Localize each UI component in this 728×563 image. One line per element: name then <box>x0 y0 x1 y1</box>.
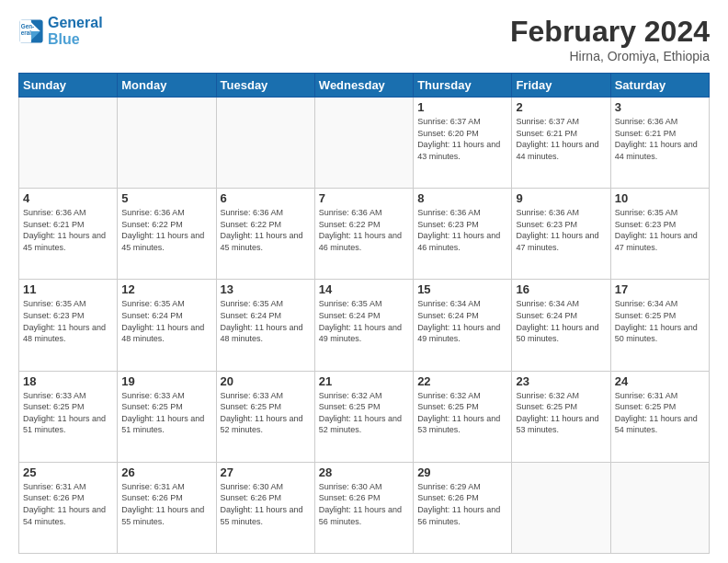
logo-text-block: General Blue <box>48 15 103 48</box>
logo-icon: Gen- eral <box>18 18 44 44</box>
day-info: Sunrise: 6:34 AM Sunset: 6:24 PM Dayligh… <box>417 298 507 344</box>
day-cell: 14Sunrise: 6:35 AM Sunset: 6:24 PM Dayli… <box>314 280 413 371</box>
day-number: 9 <box>516 191 606 205</box>
day-info: Sunrise: 6:34 AM Sunset: 6:24 PM Dayligh… <box>516 298 606 344</box>
day-cell: 3Sunrise: 6:36 AM Sunset: 6:21 PM Daylig… <box>610 98 709 189</box>
location: Hirna, Oromiya, Ethiopia <box>510 49 710 63</box>
week-row-2: 4Sunrise: 6:36 AM Sunset: 6:21 PM Daylig… <box>19 189 710 280</box>
day-cell <box>512 462 610 553</box>
day-info: Sunrise: 6:35 AM Sunset: 6:24 PM Dayligh… <box>319 298 409 344</box>
day-cell <box>610 462 709 553</box>
day-cell: 23Sunrise: 6:32 AM Sunset: 6:25 PM Dayli… <box>512 371 610 462</box>
day-number: 6 <box>221 191 311 205</box>
day-info: Sunrise: 6:32 AM Sunset: 6:25 PM Dayligh… <box>516 390 606 436</box>
day-number: 7 <box>319 191 409 205</box>
weekday-header-sunday: Sunday <box>19 74 118 98</box>
day-number: 26 <box>121 465 211 479</box>
logo: Gen- eral General Blue <box>18 15 103 48</box>
day-number: 12 <box>121 282 211 296</box>
day-number: 1 <box>417 100 507 114</box>
day-info: Sunrise: 6:36 AM Sunset: 6:21 PM Dayligh… <box>615 116 705 162</box>
header: Gen- eral General Blue February 2024 Hir… <box>18 15 710 63</box>
day-cell: 17Sunrise: 6:34 AM Sunset: 6:25 PM Dayli… <box>610 280 709 371</box>
day-cell: 15Sunrise: 6:34 AM Sunset: 6:24 PM Dayli… <box>414 280 512 371</box>
day-number: 27 <box>221 465 311 479</box>
day-number: 25 <box>23 465 113 479</box>
day-number: 28 <box>319 465 409 479</box>
day-cell: 28Sunrise: 6:30 AM Sunset: 6:26 PM Dayli… <box>314 462 413 553</box>
day-number: 11 <box>23 282 113 296</box>
day-info: Sunrise: 6:35 AM Sunset: 6:24 PM Dayligh… <box>121 298 211 344</box>
day-number: 10 <box>615 191 705 205</box>
day-number: 19 <box>121 374 211 388</box>
day-info: Sunrise: 6:31 AM Sunset: 6:26 PM Dayligh… <box>23 481 113 527</box>
logo-general: General <box>48 15 103 31</box>
day-cell: 11Sunrise: 6:35 AM Sunset: 6:23 PM Dayli… <box>19 280 118 371</box>
day-number: 8 <box>417 191 507 205</box>
day-info: Sunrise: 6:37 AM Sunset: 6:20 PM Dayligh… <box>417 116 507 162</box>
day-info: Sunrise: 6:36 AM Sunset: 6:21 PM Dayligh… <box>23 207 113 253</box>
day-cell: 18Sunrise: 6:33 AM Sunset: 6:25 PM Dayli… <box>19 371 118 462</box>
day-number: 17 <box>615 282 705 296</box>
day-info: Sunrise: 6:33 AM Sunset: 6:25 PM Dayligh… <box>121 390 211 436</box>
svg-text:eral: eral <box>21 29 31 36</box>
day-number: 22 <box>417 374 507 388</box>
svg-text:Gen-: Gen- <box>21 23 34 29</box>
day-cell: 29Sunrise: 6:29 AM Sunset: 6:26 PM Dayli… <box>414 462 512 553</box>
day-number: 29 <box>417 465 507 479</box>
day-number: 14 <box>319 282 409 296</box>
day-info: Sunrise: 6:31 AM Sunset: 6:25 PM Dayligh… <box>615 390 705 436</box>
day-cell: 8Sunrise: 6:36 AM Sunset: 6:23 PM Daylig… <box>414 189 512 280</box>
day-cell: 21Sunrise: 6:32 AM Sunset: 6:25 PM Dayli… <box>314 371 413 462</box>
week-row-1: 1Sunrise: 6:37 AM Sunset: 6:20 PM Daylig… <box>19 98 710 189</box>
day-cell: 22Sunrise: 6:32 AM Sunset: 6:25 PM Dayli… <box>414 371 512 462</box>
day-info: Sunrise: 6:32 AM Sunset: 6:25 PM Dayligh… <box>417 390 507 436</box>
title-block: February 2024 Hirna, Oromiya, Ethiopia <box>510 15 710 63</box>
day-info: Sunrise: 6:36 AM Sunset: 6:22 PM Dayligh… <box>221 207 311 253</box>
day-cell <box>314 98 413 189</box>
day-cell: 4Sunrise: 6:36 AM Sunset: 6:21 PM Daylig… <box>19 189 118 280</box>
day-cell: 13Sunrise: 6:35 AM Sunset: 6:24 PM Dayli… <box>216 280 314 371</box>
day-info: Sunrise: 6:31 AM Sunset: 6:26 PM Dayligh… <box>121 481 211 527</box>
day-number: 2 <box>516 100 606 114</box>
weekday-header-saturday: Saturday <box>610 74 709 98</box>
day-cell: 25Sunrise: 6:31 AM Sunset: 6:26 PM Dayli… <box>19 462 118 553</box>
day-info: Sunrise: 6:35 AM Sunset: 6:24 PM Dayligh… <box>221 298 311 344</box>
weekday-header-row: SundayMondayTuesdayWednesdayThursdayFrid… <box>19 74 710 98</box>
day-number: 5 <box>121 191 211 205</box>
day-info: Sunrise: 6:35 AM Sunset: 6:23 PM Dayligh… <box>23 298 113 344</box>
day-number: 24 <box>615 374 705 388</box>
day-cell: 1Sunrise: 6:37 AM Sunset: 6:20 PM Daylig… <box>414 98 512 189</box>
day-cell: 12Sunrise: 6:35 AM Sunset: 6:24 PM Dayli… <box>118 280 216 371</box>
week-row-5: 25Sunrise: 6:31 AM Sunset: 6:26 PM Dayli… <box>19 462 710 553</box>
day-number: 16 <box>516 282 606 296</box>
day-number: 3 <box>615 100 705 114</box>
day-info: Sunrise: 6:30 AM Sunset: 6:26 PM Dayligh… <box>221 481 311 527</box>
day-info: Sunrise: 6:36 AM Sunset: 6:22 PM Dayligh… <box>121 207 211 253</box>
day-number: 15 <box>417 282 507 296</box>
calendar-table: SundayMondayTuesdayWednesdayThursdayFrid… <box>18 73 710 554</box>
day-info: Sunrise: 6:29 AM Sunset: 6:26 PM Dayligh… <box>417 481 507 527</box>
day-cell: 2Sunrise: 6:37 AM Sunset: 6:21 PM Daylig… <box>512 98 610 189</box>
day-info: Sunrise: 6:36 AM Sunset: 6:23 PM Dayligh… <box>417 207 507 253</box>
weekday-header-friday: Friday <box>512 74 610 98</box>
logo-blue: Blue <box>48 31 103 48</box>
day-number: 20 <box>221 374 311 388</box>
day-info: Sunrise: 6:35 AM Sunset: 6:23 PM Dayligh… <box>615 207 705 253</box>
day-cell <box>118 98 216 189</box>
day-info: Sunrise: 6:36 AM Sunset: 6:22 PM Dayligh… <box>319 207 409 253</box>
day-info: Sunrise: 6:36 AM Sunset: 6:23 PM Dayligh… <box>516 207 606 253</box>
day-cell: 24Sunrise: 6:31 AM Sunset: 6:25 PM Dayli… <box>610 371 709 462</box>
day-cell: 7Sunrise: 6:36 AM Sunset: 6:22 PM Daylig… <box>314 189 413 280</box>
day-info: Sunrise: 6:33 AM Sunset: 6:25 PM Dayligh… <box>221 390 311 436</box>
day-info: Sunrise: 6:32 AM Sunset: 6:25 PM Dayligh… <box>319 390 409 436</box>
day-number: 21 <box>319 374 409 388</box>
weekday-header-thursday: Thursday <box>414 74 512 98</box>
month-title: February 2024 <box>510 15 710 49</box>
week-row-3: 11Sunrise: 6:35 AM Sunset: 6:23 PM Dayli… <box>19 280 710 371</box>
day-cell: 20Sunrise: 6:33 AM Sunset: 6:25 PM Dayli… <box>216 371 314 462</box>
day-number: 18 <box>23 374 113 388</box>
weekday-header-wednesday: Wednesday <box>314 74 413 98</box>
day-info: Sunrise: 6:33 AM Sunset: 6:25 PM Dayligh… <box>23 390 113 436</box>
day-cell: 26Sunrise: 6:31 AM Sunset: 6:26 PM Dayli… <box>118 462 216 553</box>
